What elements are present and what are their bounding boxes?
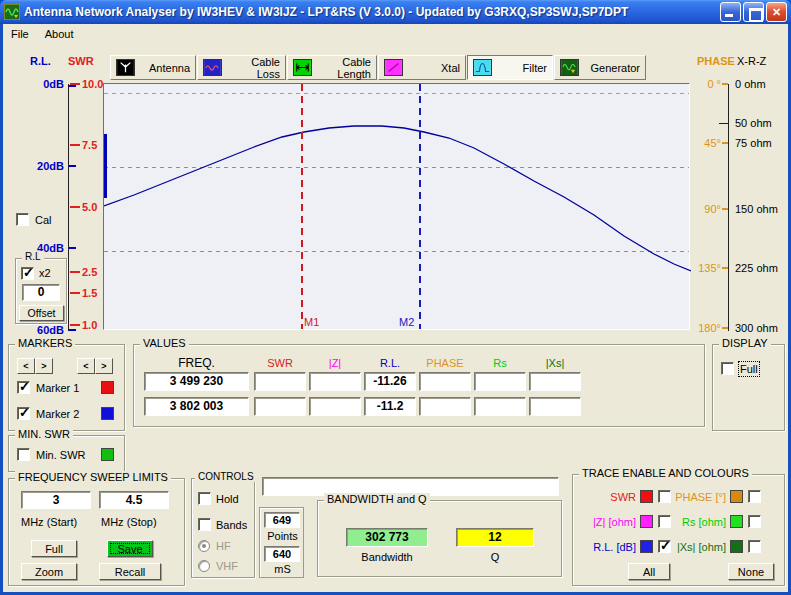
marker2-prev-button[interactable]: < — [77, 358, 95, 374]
sweep-recall-button[interactable]: Recall — [99, 563, 161, 580]
swr-tick — [70, 206, 80, 208]
marker1-prev-button[interactable]: < — [17, 358, 35, 374]
antenna-mode-button[interactable]: Antenna — [110, 55, 196, 80]
stop-freq-input[interactable]: 4.5 — [99, 491, 169, 509]
generator-icon — [560, 59, 579, 76]
vhf-radio[interactable] — [198, 560, 210, 572]
ms-value: 640 — [264, 546, 300, 562]
offset-button[interactable]: Offset — [19, 305, 64, 321]
hold-checkbox[interactable] — [198, 492, 211, 505]
title-bar[interactable]: Antenna Network Analyser by IW3HEV & IW3… — [0, 0, 791, 24]
trace-xs-checkbox[interactable] — [748, 540, 761, 553]
ohm-tick-label: 150 ohm — [735, 203, 778, 215]
sweep-chart[interactable]: M1 M2 — [103, 83, 690, 330]
rl-offset-group: R.L x2 0 Offset — [15, 258, 67, 324]
sweep-full-button[interactable]: Full — [31, 540, 77, 557]
menu-bar: File About — [3, 24, 788, 43]
swr-tick-label: 1.5 — [82, 287, 97, 299]
z-header: |Z| — [309, 357, 361, 369]
m2-rl-value: -11.2 — [364, 397, 416, 416]
trace-phase-checkbox[interactable] — [748, 490, 761, 503]
cable-length-label: Cable Length — [312, 56, 371, 80]
sweep-save-button[interactable]: Save — [107, 540, 153, 557]
cable-loss-label: Cable Loss — [222, 56, 280, 80]
full-display-label: Full — [740, 363, 758, 375]
app-window: Antenna Network Analyser by IW3HEV & IW3… — [0, 0, 791, 595]
trace-edge-artifact — [104, 134, 107, 198]
marker1-line[interactable]: M1 — [301, 84, 303, 329]
freq-header: FREQ. — [144, 356, 249, 370]
sweep-legend: FREQUENCY SWEEP LIMITS — [15, 471, 171, 483]
phase-tick-label: 180° — [688, 322, 721, 334]
phase-tick — [722, 83, 728, 85]
xrz-axis-title: X-R-Z — [737, 55, 766, 67]
marker1-next-button[interactable]: > — [35, 358, 53, 374]
window-border-left — [0, 24, 3, 595]
trace-rs-checkbox[interactable] — [748, 515, 761, 528]
marker2-color-swatch[interactable] — [101, 407, 114, 420]
left-axis-line — [68, 84, 69, 331]
trace-rs-label: Rs [ohm] — [644, 516, 726, 528]
minimize-button[interactable] — [720, 2, 741, 22]
filter-icon — [473, 59, 492, 76]
marker1-color-swatch[interactable] — [101, 381, 114, 394]
min-swr-checkbox[interactable] — [17, 448, 30, 461]
cable-loss-mode-button[interactable]: Cable Loss — [197, 55, 286, 80]
antenna-icon — [116, 59, 135, 76]
marker1-checkbox[interactable] — [17, 381, 30, 394]
marker2-next-button[interactable]: > — [95, 358, 113, 374]
bands-checkbox[interactable] — [198, 518, 211, 531]
rl-trace — [104, 126, 691, 271]
trace-z-label: |Z| [ohm] — [577, 516, 636, 528]
cable-length-mode-button[interactable]: Cable Length — [287, 55, 377, 80]
rl-header: R.L. — [364, 357, 416, 369]
start-freq-input[interactable]: 3 — [21, 491, 91, 509]
db-tick-label: 20dB — [24, 160, 64, 172]
hf-radio[interactable] — [198, 540, 210, 552]
offset-input[interactable]: 0 — [22, 284, 60, 301]
m1-z-value — [309, 372, 361, 391]
bandwidth-value: 302 773 — [346, 528, 428, 547]
ohm-tick-label: 225 ohm — [735, 262, 778, 274]
min-swr-color-swatch[interactable] — [101, 448, 114, 461]
app-icon — [4, 4, 20, 20]
db-tick-label: 60dB — [24, 324, 64, 336]
cable-length-icon — [293, 59, 312, 76]
m1-freq-value: 3 499 230 — [144, 372, 249, 391]
trace-xs-label: |Xs| [ohm] — [644, 541, 726, 553]
trace-phase-swatch[interactable] — [730, 490, 743, 503]
trace-all-button[interactable]: All — [628, 563, 670, 580]
sweep-zoom-button[interactable]: Zoom — [21, 563, 77, 580]
generator-mode-button[interactable]: Generator — [554, 55, 646, 80]
marker2-line[interactable]: M2 — [419, 84, 421, 329]
points-panel: 649 Points 640 mS — [259, 507, 304, 578]
client-area: R.L. SWR PHASE X-R-Z Antenna Cable Loss … — [0, 43, 791, 592]
marker2-checkbox[interactable] — [17, 407, 30, 420]
trace-xs-swatch[interactable] — [730, 540, 743, 553]
filter-mode-button[interactable]: Filter — [467, 55, 553, 80]
cal-checkbox[interactable] — [16, 213, 29, 226]
trace-none-button[interactable]: None — [728, 563, 774, 580]
m2-xs-value — [529, 397, 581, 416]
q-value: 12 — [456, 528, 534, 547]
trace-rl-label: R.L. [dB] — [577, 541, 636, 553]
rl-axis-title: R.L. — [30, 55, 51, 67]
m1-swr-value — [254, 372, 306, 391]
trace-rs-swatch[interactable] — [730, 515, 743, 528]
bandwidth-group: BANDWIDTH and Q 302 773 Bandwidth 12 Q — [317, 500, 562, 577]
menu-file[interactable]: File — [3, 26, 37, 42]
phase-tick-label: 0 ° — [688, 78, 721, 90]
swr-tick — [70, 144, 80, 146]
swr-tick — [70, 292, 80, 294]
controls-group: CONTROLS Hold Bands HF VHF — [191, 478, 255, 578]
x2-checkbox[interactable] — [21, 267, 34, 280]
maximize-button[interactable] — [743, 2, 764, 22]
close-button[interactable]: ✕ — [766, 2, 787, 22]
menu-about[interactable]: About — [37, 26, 82, 42]
ohm-tick-50 — [719, 123, 729, 124]
filter-label: Filter — [492, 62, 547, 74]
xtal-mode-button[interactable]: Xtal — [378, 55, 466, 80]
phase-tick-label: 135° — [688, 262, 721, 274]
full-display-checkbox[interactable] — [721, 362, 734, 375]
x2-label: x2 — [39, 267, 51, 279]
